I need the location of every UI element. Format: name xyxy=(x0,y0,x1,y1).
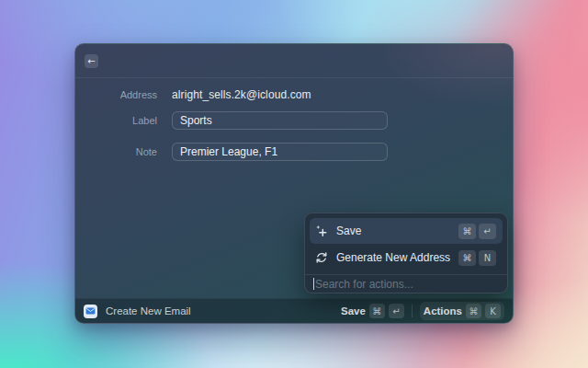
command-key-badge: ⌘ xyxy=(369,304,385,318)
back-button[interactable]: ← xyxy=(85,54,98,68)
email-icon xyxy=(84,305,97,318)
sparkle-plus-icon xyxy=(315,224,328,237)
label-input[interactable]: Sports xyxy=(172,111,388,130)
window-header: ← xyxy=(75,44,513,78)
command-key-badge: ⌘ xyxy=(458,250,476,266)
actions-button[interactable]: Actions ⌘ K xyxy=(420,302,504,320)
note-row: Note Premier League, F1 xyxy=(75,143,388,161)
label-input-value: Sports xyxy=(180,114,212,127)
note-input[interactable]: Premier League, F1 xyxy=(172,143,388,161)
save-button-label: Save xyxy=(341,305,366,316)
n-key-badge: N xyxy=(479,250,496,266)
action-item-label: Save xyxy=(336,224,450,237)
text-caret xyxy=(313,278,314,290)
context-label: Create New Email xyxy=(106,305,191,316)
return-key-badge: ↵ xyxy=(389,304,404,318)
address-value: alright_sells.2k@icloud.com xyxy=(172,88,311,101)
note-input-value: Premier League, F1 xyxy=(180,145,277,158)
return-key-badge: ↵ xyxy=(479,224,496,239)
action-item-label: Generate New Address xyxy=(336,251,450,264)
address-row: Address alright_sells.2k@icloud.com xyxy=(75,87,311,102)
label-label: Label xyxy=(75,115,172,126)
actions-search xyxy=(310,275,503,293)
actions-popup: Save ⌘ ↵ Generate New Address ⌘ N xyxy=(304,213,508,293)
status-bar: Create New Email Save ⌘ ↵ Actions ⌘ K xyxy=(75,298,513,323)
label-row: Label Sports xyxy=(75,111,388,130)
action-item-save[interactable]: Save ⌘ ↵ xyxy=(310,218,503,244)
actions-button-label: Actions xyxy=(424,305,462,316)
command-key-badge: ⌘ xyxy=(458,224,476,239)
footer-divider xyxy=(412,305,413,317)
k-key-badge: K xyxy=(485,304,501,318)
save-button[interactable]: Save ⌘ ↵ xyxy=(341,304,404,318)
command-key-badge: ⌘ xyxy=(466,304,481,318)
desktop-background: ← Address alright_sells.2k@icloud.com La… xyxy=(0,0,588,368)
address-label: Address xyxy=(75,89,172,100)
actions-search-input[interactable] xyxy=(313,278,499,291)
note-label: Note xyxy=(75,146,172,157)
back-arrow-icon: ← xyxy=(87,56,95,66)
action-item-generate-new-address[interactable]: Generate New Address ⌘ N xyxy=(310,245,503,270)
refresh-icon xyxy=(315,251,328,264)
